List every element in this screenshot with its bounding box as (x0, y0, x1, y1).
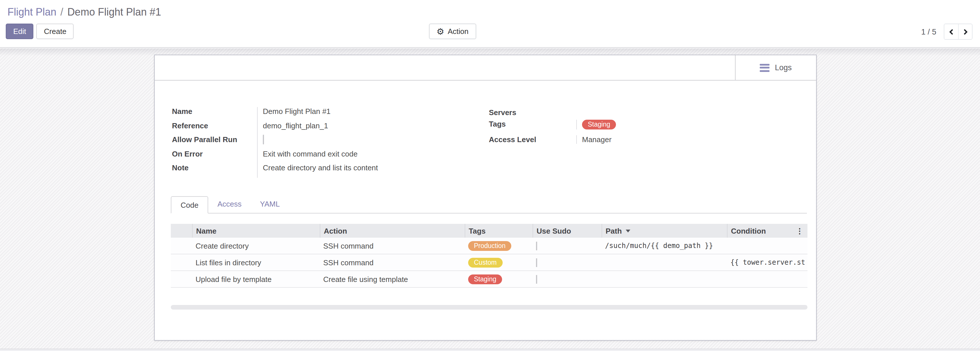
action-button-label: Action (448, 27, 468, 36)
notebook-tabs: Code Access YAML (171, 196, 807, 214)
use-sudo-checkbox[interactable] (536, 241, 537, 250)
tab-access[interactable]: Access (208, 196, 251, 213)
field-reference-value: demo_flight_plan_1 (257, 121, 419, 135)
pager-value: 1 / 5 (921, 27, 936, 36)
field-on-error-label: On Error (172, 149, 257, 158)
pager-previous-button[interactable] (944, 24, 958, 39)
gear-icon: ⚙ (436, 27, 444, 36)
field-allow-parallel-run: Allow Parallel Run (172, 135, 419, 149)
breadcrumb-current: Demo Flight Plan #1 (67, 6, 161, 18)
breadcrumb-separator: / (60, 6, 63, 18)
table-row[interactable]: Create directory SSH command Production … (171, 238, 807, 254)
field-name-label: Name (172, 107, 257, 116)
tag-badge-production: Production (468, 241, 511, 250)
field-note-label: Note (172, 163, 257, 172)
field-access-level-value: Manager (576, 135, 730, 144)
pager: 1 / 5 (921, 24, 972, 40)
cell-action: SSH command (320, 258, 465, 267)
table-row[interactable]: List files in directory SSH command Cust… (171, 254, 807, 271)
cell-condition: {{ tower.server.st (727, 258, 807, 266)
cell-name: Create directory (192, 241, 320, 250)
logs-button[interactable]: Logs (735, 55, 816, 80)
field-on-error-value: Exit with command exit code (257, 149, 419, 163)
cell-action: SSH command (320, 241, 465, 250)
field-access-level-label: Access Level (489, 135, 576, 144)
content-area: Logs Name Demo Flight Plan #1 Reference … (0, 48, 980, 349)
field-allow-parallel-run-label: Allow Parallel Run (172, 135, 257, 144)
sort-descending-icon (626, 229, 630, 232)
pager-next-button[interactable] (958, 24, 972, 39)
bottom-edge (0, 349, 980, 351)
chevron-left-icon (948, 29, 955, 35)
cell-action: Create file using template (320, 275, 465, 283)
table-row[interactable]: Upload file by template Create file usin… (171, 271, 807, 288)
column-header-path[interactable]: Path (601, 224, 727, 238)
tag-badge-staging: Staging (582, 120, 616, 129)
hamburger-icon (760, 64, 770, 72)
tab-code[interactable]: Code (171, 196, 208, 214)
edit-button[interactable]: Edit (6, 24, 33, 39)
cell-name: Upload file by template (192, 275, 320, 283)
chevron-right-icon (962, 29, 969, 35)
column-header-tags[interactable]: Tags (465, 224, 533, 238)
allow-parallel-run-checkbox[interactable] (263, 135, 264, 144)
card-button-box: Logs (155, 55, 816, 81)
field-tags: Tags Staging (489, 120, 730, 135)
field-tags-label: Tags (489, 120, 576, 128)
field-group-right: Servers Tags Staging Access Level Manage… (489, 108, 730, 149)
field-servers-label: Servers (489, 108, 576, 117)
field-group-left: Name Demo Flight Plan #1 Reference demo_… (172, 107, 419, 177)
field-note: Note Create directory and list its conte… (172, 163, 419, 177)
optional-columns-icon[interactable]: ⋮ (796, 224, 803, 238)
table-header-row: Name Action Tags Use Sudo Path Condition… (171, 224, 807, 238)
flight-plan-lines-table: Name Action Tags Use Sudo Path Condition… (171, 224, 807, 288)
column-header-handle (171, 224, 192, 238)
app-root: Flight Plan/Demo Flight Plan #1 Edit Cre… (0, 0, 980, 351)
breadcrumb: Flight Plan/Demo Flight Plan #1 (8, 6, 161, 18)
breadcrumb-parent-link[interactable]: Flight Plan (8, 6, 56, 18)
column-header-name[interactable]: Name (192, 224, 320, 238)
tag-badge-custom: Custom (468, 257, 503, 267)
control-panel: Flight Plan/Demo Flight Plan #1 Edit Cre… (0, 0, 980, 48)
column-header-use-sudo[interactable]: Use Sudo (533, 224, 601, 238)
field-access-level: Access Level Manager (489, 135, 730, 149)
field-on-error: On Error Exit with command exit code (172, 149, 419, 163)
action-button[interactable]: ⚙ Action (429, 24, 476, 39)
horizontal-scrollbar[interactable] (171, 305, 807, 310)
tag-badge-staging: Staging (468, 274, 502, 284)
use-sudo-checkbox[interactable] (536, 275, 537, 283)
use-sudo-checkbox[interactable] (536, 258, 537, 267)
form-card: Logs Name Demo Flight Plan #1 Reference … (154, 55, 817, 341)
logs-button-label: Logs (775, 63, 792, 72)
column-header-action[interactable]: Action (320, 224, 465, 238)
field-name: Name Demo Flight Plan #1 (172, 107, 419, 121)
column-header-condition[interactable]: Condition (727, 224, 807, 238)
field-name-value: Demo Flight Plan #1 (257, 107, 419, 121)
field-servers: Servers (489, 108, 730, 120)
field-reference: Reference demo_flight_plan_1 (172, 121, 419, 135)
create-button[interactable]: Create (37, 24, 74, 39)
cell-path: /such/much/{{ demo_path }} (601, 242, 727, 250)
field-reference-label: Reference (172, 121, 257, 130)
tab-yaml[interactable]: YAML (251, 196, 289, 213)
field-note-value: Create directory and list its content (257, 163, 419, 177)
cell-name: List files in directory (192, 258, 320, 267)
